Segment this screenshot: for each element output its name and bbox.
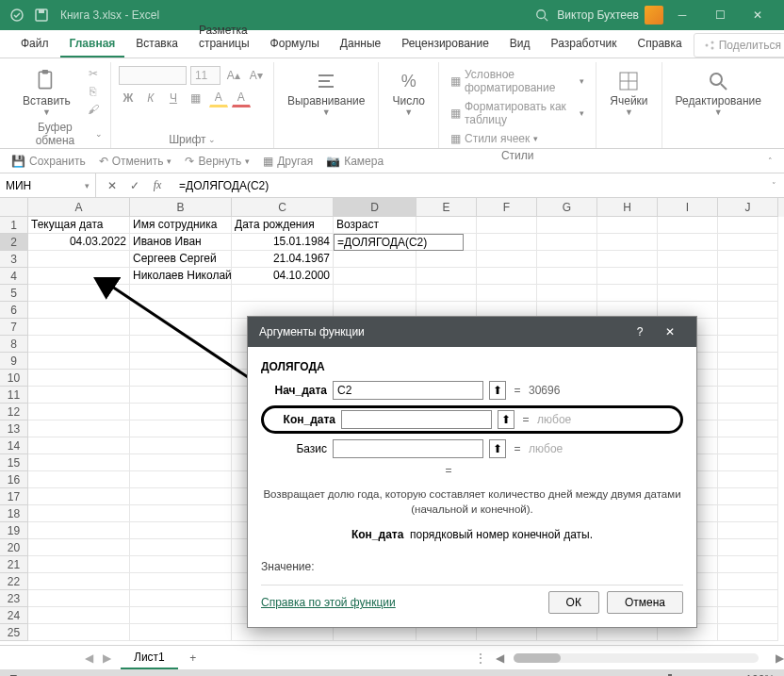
col-header[interactable]: C — [232, 198, 334, 217]
range-select-icon[interactable]: ⬆ — [498, 410, 514, 429]
tab-view[interactable]: Вид — [500, 31, 540, 58]
scroll-left-icon[interactable]: ◀ — [496, 651, 504, 665]
tab-file[interactable]: Файл — [11, 31, 58, 58]
tab-data[interactable]: Данные — [331, 31, 390, 58]
cell-styles[interactable]: ▦Стили ячеек▾ — [447, 130, 588, 147]
dialog-help-icon[interactable]: ? — [625, 319, 655, 345]
close-button[interactable]: ✕ — [739, 2, 776, 28]
tab-help[interactable]: Справка — [629, 31, 692, 58]
cells-button[interactable]: Ячейки▼ — [604, 66, 653, 119]
cell[interactable]: Иванов Иван — [130, 234, 232, 251]
bold-button[interactable]: Ж — [119, 89, 138, 107]
font-color-icon[interactable]: A — [232, 89, 251, 107]
cut-icon[interactable]: ✂ — [84, 66, 103, 81]
copy-icon[interactable]: ⎘ — [84, 84, 103, 99]
fx-icon[interactable]: fx — [149, 177, 166, 194]
formula-input[interactable] — [173, 179, 764, 192]
normal-view-icon[interactable]: ▦ — [519, 672, 538, 676]
function-help-link[interactable]: Справка по этой функции — [261, 596, 396, 609]
underline-button[interactable]: Ч — [164, 89, 183, 107]
format-painter-icon[interactable]: 🖌 — [84, 102, 103, 117]
increase-font-icon[interactable]: A▴ — [224, 66, 243, 85]
fill-color-icon[interactable]: A — [209, 89, 228, 107]
zoom-out-icon[interactable]: − — [604, 672, 623, 676]
cancel-formula-icon[interactable]: ✕ — [104, 177, 121, 194]
row-header[interactable]: 6 — [0, 302, 28, 319]
range-select-icon[interactable]: ⬆ — [489, 381, 506, 400]
tab-developer[interactable]: Разработчик — [542, 31, 627, 58]
cell[interactable]: 21.04.1967 — [232, 251, 334, 268]
cancel-button[interactable]: Отмена — [607, 591, 683, 614]
sheet-nav-next[interactable]: ▶ — [103, 651, 111, 665]
col-header[interactable]: B — [130, 198, 232, 217]
font-size-select[interactable] — [190, 66, 220, 85]
row-header[interactable]: 11 — [0, 387, 28, 404]
row-header[interactable]: 16 — [0, 471, 28, 488]
row-header[interactable]: 24 — [0, 607, 28, 624]
row-header[interactable]: 15 — [0, 454, 28, 471]
qat-undo[interactable]: ↶Отменить▾ — [99, 155, 172, 168]
minimize-button[interactable]: ─ — [663, 2, 701, 28]
cell[interactable]: =ДОЛЯГОДА(C2) — [334, 234, 464, 251]
ok-button[interactable]: ОК — [548, 591, 599, 614]
row-header[interactable]: 14 — [0, 437, 28, 454]
sheet-tab[interactable]: Лист1 — [121, 647, 178, 669]
cell[interactable]: Возраст — [334, 217, 416, 234]
italic-button[interactable]: К — [141, 89, 160, 107]
row-header[interactable]: 5 — [0, 285, 28, 302]
cell[interactable]: Николаев Николай — [130, 268, 232, 285]
expand-formula-icon[interactable]: ˅ — [772, 181, 776, 190]
search-icon[interactable] — [532, 6, 551, 25]
row-header[interactable]: 20 — [0, 539, 28, 556]
row-header[interactable]: 17 — [0, 488, 28, 505]
row-header[interactable]: 23 — [0, 590, 28, 607]
row-header[interactable]: 9 — [0, 353, 28, 370]
row-header[interactable]: 18 — [0, 505, 28, 522]
qat-camera[interactable]: 📷Камера — [326, 155, 384, 168]
row-header[interactable]: 10 — [0, 370, 28, 387]
decrease-font-icon[interactable]: A▾ — [247, 66, 266, 85]
row-header[interactable]: 13 — [0, 420, 28, 437]
row-header[interactable]: 25 — [0, 624, 28, 641]
share-button[interactable]: Поделиться — [694, 33, 784, 58]
tab-home[interactable]: Главная — [60, 31, 125, 58]
arg-end-input[interactable] — [341, 410, 492, 429]
tab-formulas[interactable]: Формулы — [261, 31, 329, 58]
row-header[interactable]: 2 — [0, 234, 28, 251]
editing-button[interactable]: Редактирование▼ — [670, 66, 767, 119]
col-header[interactable]: F — [477, 198, 537, 217]
col-header[interactable]: H — [597, 198, 658, 217]
row-header[interactable]: 1 — [0, 217, 28, 234]
row-header[interactable]: 19 — [0, 522, 28, 539]
cell[interactable]: 15.01.1984 — [232, 234, 334, 251]
tab-layout[interactable]: Разметка страницы — [189, 18, 259, 58]
row-header[interactable]: 21 — [0, 556, 28, 573]
sheet-nav-prev[interactable]: ◀ — [85, 651, 93, 665]
horizontal-scrollbar[interactable] — [514, 653, 759, 663]
zoom-in-icon[interactable]: + — [717, 672, 736, 676]
cell[interactable]: Сергеев Сергей — [130, 251, 232, 268]
add-sheet-button[interactable]: + — [182, 647, 204, 669]
qat-other[interactable]: ▦Другая — [263, 155, 313, 168]
font-family-select[interactable] — [119, 66, 187, 85]
accept-formula-icon[interactable]: ✓ — [126, 177, 143, 194]
col-header[interactable]: I — [658, 198, 718, 217]
collapse-ribbon-icon[interactable]: ˄ — [768, 157, 773, 166]
save-icon[interactable] — [32, 6, 51, 25]
borders-icon[interactable]: ▦ — [187, 89, 205, 107]
name-box[interactable]: МИН▾ — [0, 173, 96, 197]
paste-button[interactable]: Вставить▼ — [17, 66, 76, 119]
tab-review[interactable]: Рецензирование — [392, 31, 498, 58]
page-break-icon[interactable]: ▭ — [576, 672, 595, 676]
user-account[interactable]: Виктор Бухтеев — [557, 6, 663, 25]
cell[interactable]: Имя сотрудника — [130, 217, 232, 234]
arg-basis-input[interactable] — [333, 439, 483, 458]
cell[interactable]: 04.03.2022 — [28, 234, 130, 251]
select-all-cell[interactable] — [0, 198, 28, 217]
row-header[interactable]: 22 — [0, 573, 28, 590]
alignment-button[interactable]: Выравнивание▼ — [282, 66, 371, 119]
page-layout-icon[interactable]: ▤ — [547, 672, 566, 676]
arg-start-input[interactable] — [333, 381, 483, 400]
autosave-icon[interactable] — [8, 6, 26, 25]
format-as-table[interactable]: ▦Форматировать как таблицу▾ — [447, 98, 588, 128]
